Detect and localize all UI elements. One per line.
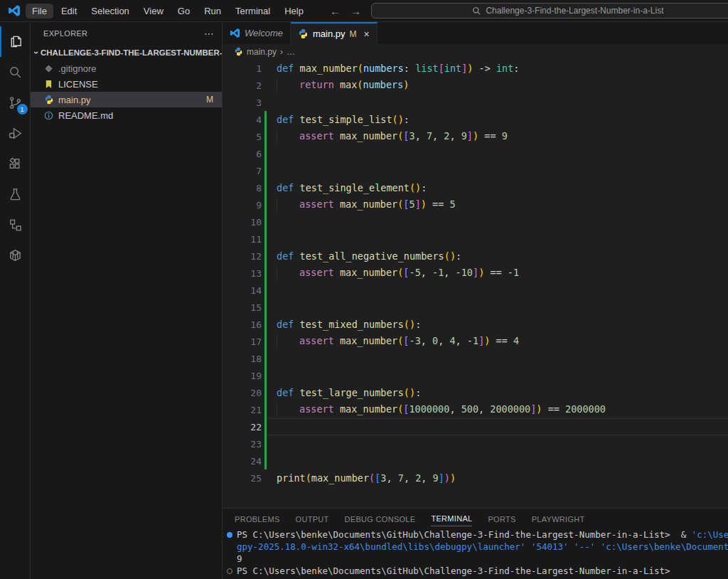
code-line-10[interactable]: 10 [223,213,728,230]
line-text: assert max_number([-3, 0, 4, -1]) == 4 [267,335,519,348]
activity-source-control-button[interactable]: 1 [0,87,31,118]
tab-close-button[interactable]: × [363,28,369,40]
git-modified-badge: M [206,95,213,105]
activity-extensions-button[interactable] [0,149,31,179]
code-line-23[interactable]: 23 [223,435,728,452]
gitignore-diamond-icon [45,65,53,73]
search-text: Challenge-3-Find-the-Largest-Number-in-a… [486,6,663,16]
code-editor[interactable]: 1def max_number(numbers: list[int]) -> i… [223,59,728,508]
explorer-more-actions-button[interactable]: ⋯ [204,28,215,39]
code-line-24[interactable]: 24 [223,452,728,469]
code-line-1[interactable]: 1def max_number(numbers: list[int]) -> i… [223,60,728,77]
breadcrumb-file: main.py [247,47,277,57]
search-icon [472,6,481,16]
panel-tab-terminal[interactable]: TERMINAL [431,511,472,526]
run-and-debug-icon [7,125,23,142]
nav-back-button[interactable]: ← [330,5,341,17]
line-number: 18 [223,354,262,364]
activity-run-debug-button[interactable] [0,118,31,149]
code-line-21[interactable]: 21assert max_number([1000000, 500, 20000… [223,401,728,418]
code-line-12[interactable]: 12def test_all_negative_numbers(): [223,248,728,265]
terminal-output[interactable]: PS C:\Users\benke\Documents\GitHub\Chall… [223,528,728,577]
code-line-11[interactable]: 11 [223,230,728,248]
explorer-title: EXPLORER [43,29,87,38]
line-number: 19 [223,371,262,381]
panel-tab-ports[interactable]: PORTS [488,511,515,526]
code-line-13[interactable]: 13assert max_number([-5, -1, -10]) == -1 [223,265,728,282]
activity-testing-button[interactable] [0,179,31,210]
folder-header[interactable]: › CHALLENGE-3-FIND-THE-LARGEST-NUMBER-IN… [31,45,222,60]
file-item-main-py[interactable]: main.pyM [31,92,222,107]
linked-squares-icon [7,217,23,233]
code-line-14[interactable]: 14 [223,282,728,299]
python-icon [43,95,54,105]
menu-terminal[interactable]: Terminal [229,4,277,18]
command-center-search[interactable]: Challenge-3-Find-the-Largest-Number-in-a… [371,3,728,18]
nav-forward-button[interactable]: → [350,5,361,17]
panel-tab-playwright[interactable]: PLAYWRIGHT [532,511,585,526]
git-added-gutter [264,213,267,230]
activity-search-button[interactable] [0,57,31,87]
git-added-gutter [264,367,267,384]
code-line-4[interactable]: 4def test_simple_list(): [223,111,728,128]
license-icon [45,80,53,89]
code-line-16[interactable]: 16def test_mixed_numbers(): [223,316,728,333]
line-text: assert max_number([5]) == 5 [267,198,456,211]
menu-edit[interactable]: Edit [55,4,83,18]
line-text: print(max_number([3, 7, 2, 9])) [267,472,456,484]
menu-view[interactable]: View [137,4,170,18]
code-line-8[interactable]: 8def test_single_element(): [223,179,728,196]
file-name: main.py [58,95,91,105]
menu-run[interactable]: Run [198,4,228,18]
code-line-22[interactable]: 22 [223,418,728,435]
bottom-panel: PROBLEMSOUTPUTDEBUG CONSOLETERMINALPORTS… [223,508,728,579]
menu-help[interactable]: Help [278,4,310,18]
line-text: assert max_number([1000000, 500, 2000000… [267,403,606,416]
menu-selection[interactable]: Selection [85,4,135,18]
panel-tab-output[interactable]: OUTPUT [296,511,329,526]
file-name: LICENSE [58,79,98,90]
line-text: def max_number(numbers: list[int]) -> in… [267,63,520,74]
code-line-5[interactable]: 5assert max_number([3, 7, 2, 9]) == 9 [223,128,728,145]
breadcrumb[interactable]: main.py › … [223,44,728,59]
code-line-15[interactable]: 15 [223,299,728,316]
line-number: 21 [223,405,262,415]
code-line-9[interactable]: 9assert max_number([5]) == 5 [223,196,728,213]
line-text: def test_large_numbers(): [267,387,421,398]
activity-bar: 1 [0,22,31,579]
menu-go[interactable]: Go [171,4,196,18]
code-line-6[interactable]: 6 [223,145,728,162]
editor-tab-bar: Welcome main.py M × [223,22,728,44]
title-bar: FileEditSelectionViewGoRunTerminalHelp ←… [0,0,728,22]
diamond-icon [43,63,54,74]
line-number: 10 [223,217,262,228]
indent-guide [277,267,299,280]
code-line-2[interactable]: 2return max(numbers) [223,77,728,94]
indent-guide [277,79,299,92]
code-line-7[interactable]: 7 [223,162,728,179]
tab-main-py[interactable]: main.py M × [291,22,378,44]
panel-tab-debug-console[interactable]: DEBUG CONSOLE [345,511,416,526]
menu-bar: FileEditSelectionViewGoRunTerminalHelp [26,4,310,18]
code-line-3[interactable]: 3 [223,94,728,111]
activity-explorer-button[interactable] [0,26,31,57]
line-text: def test_single_element(): [267,182,427,193]
code-line-20[interactable]: 20def test_large_numbers(): [223,384,728,401]
panel-tab-problems[interactable]: PROBLEMS [235,511,280,526]
code-line-18[interactable]: 18 [223,350,728,367]
file-item-license[interactable]: LICENSE [31,76,222,92]
code-line-19[interactable]: 19 [223,367,728,384]
file-item--gitignore[interactable]: .gitignore [31,60,222,76]
activity-linked-squares-button[interactable] [0,210,31,240]
tab-welcome[interactable]: Welcome [223,22,291,44]
python-icon [234,47,243,56]
code-line-17[interactable]: 17assert max_number([-3, 0, 4, -1]) == 4 [223,333,728,350]
activity-package-cube-button[interactable] [0,240,31,271]
line-number: 8 [223,183,262,193]
menu-file[interactable]: File [26,4,53,18]
file-item-readme-md[interactable]: README.md [31,107,222,123]
line-text: def test_simple_list(): [267,114,410,125]
git-added-gutter [264,145,267,162]
code-line-25[interactable]: 25print(max_number([3, 7, 2, 9])) [223,469,728,487]
git-added-gutter [264,435,267,452]
